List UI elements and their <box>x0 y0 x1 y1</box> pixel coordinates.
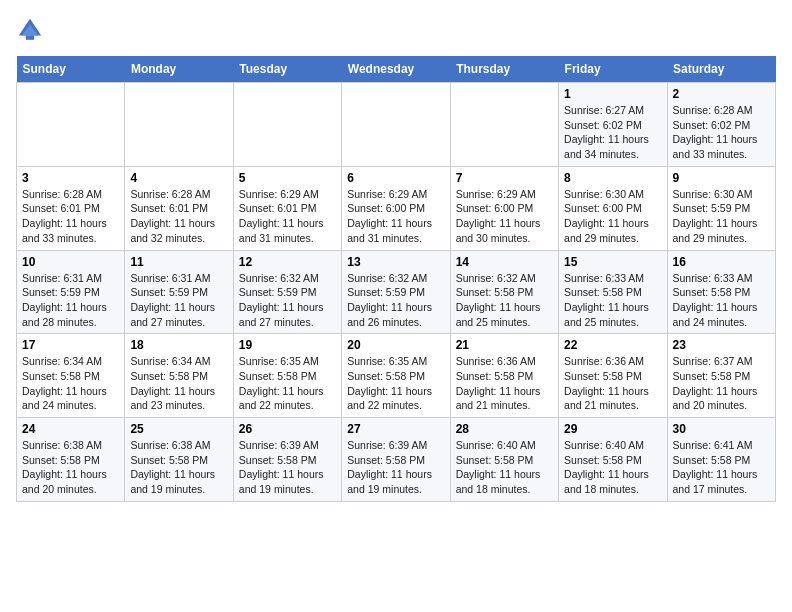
day-info: Sunrise: 6:31 AMSunset: 5:59 PMDaylight:… <box>22 271 119 330</box>
day-info: Sunrise: 6:36 AMSunset: 5:58 PMDaylight:… <box>564 354 661 413</box>
day-cell: 6Sunrise: 6:29 AMSunset: 6:00 PMDaylight… <box>342 166 450 250</box>
header <box>16 16 776 44</box>
day-cell: 15Sunrise: 6:33 AMSunset: 5:58 PMDayligh… <box>559 250 667 334</box>
day-info: Sunrise: 6:40 AMSunset: 5:58 PMDaylight:… <box>456 438 553 497</box>
day-info: Sunrise: 6:32 AMSunset: 5:59 PMDaylight:… <box>347 271 444 330</box>
day-info: Sunrise: 6:28 AMSunset: 6:01 PMDaylight:… <box>130 187 227 246</box>
day-cell: 26Sunrise: 6:39 AMSunset: 5:58 PMDayligh… <box>233 418 341 502</box>
day-info: Sunrise: 6:39 AMSunset: 5:58 PMDaylight:… <box>239 438 336 497</box>
day-cell: 18Sunrise: 6:34 AMSunset: 5:58 PMDayligh… <box>125 334 233 418</box>
calendar-table: SundayMondayTuesdayWednesdayThursdayFrid… <box>16 56 776 502</box>
day-number: 2 <box>673 87 770 101</box>
day-number: 5 <box>239 171 336 185</box>
day-number: 13 <box>347 255 444 269</box>
day-info: Sunrise: 6:33 AMSunset: 5:58 PMDaylight:… <box>673 271 770 330</box>
day-info: Sunrise: 6:33 AMSunset: 5:58 PMDaylight:… <box>564 271 661 330</box>
week-row-5: 24Sunrise: 6:38 AMSunset: 5:58 PMDayligh… <box>17 418 776 502</box>
day-cell: 11Sunrise: 6:31 AMSunset: 5:59 PMDayligh… <box>125 250 233 334</box>
day-info: Sunrise: 6:35 AMSunset: 5:58 PMDaylight:… <box>347 354 444 413</box>
day-info: Sunrise: 6:31 AMSunset: 5:59 PMDaylight:… <box>130 271 227 330</box>
day-cell: 1Sunrise: 6:27 AMSunset: 6:02 PMDaylight… <box>559 83 667 167</box>
day-number: 22 <box>564 338 661 352</box>
day-cell: 8Sunrise: 6:30 AMSunset: 6:00 PMDaylight… <box>559 166 667 250</box>
day-number: 10 <box>22 255 119 269</box>
day-info: Sunrise: 6:34 AMSunset: 5:58 PMDaylight:… <box>22 354 119 413</box>
day-cell: 30Sunrise: 6:41 AMSunset: 5:58 PMDayligh… <box>667 418 775 502</box>
day-number: 30 <box>673 422 770 436</box>
day-number: 4 <box>130 171 227 185</box>
header-row: SundayMondayTuesdayWednesdayThursdayFrid… <box>17 56 776 83</box>
day-info: Sunrise: 6:36 AMSunset: 5:58 PMDaylight:… <box>456 354 553 413</box>
day-number: 11 <box>130 255 227 269</box>
day-cell: 29Sunrise: 6:40 AMSunset: 5:58 PMDayligh… <box>559 418 667 502</box>
day-info: Sunrise: 6:27 AMSunset: 6:02 PMDaylight:… <box>564 103 661 162</box>
week-row-3: 10Sunrise: 6:31 AMSunset: 5:59 PMDayligh… <box>17 250 776 334</box>
day-cell <box>125 83 233 167</box>
day-info: Sunrise: 6:41 AMSunset: 5:58 PMDaylight:… <box>673 438 770 497</box>
week-row-1: 1Sunrise: 6:27 AMSunset: 6:02 PMDaylight… <box>17 83 776 167</box>
day-header-thursday: Thursday <box>450 56 558 83</box>
day-info: Sunrise: 6:38 AMSunset: 5:58 PMDaylight:… <box>130 438 227 497</box>
day-number: 19 <box>239 338 336 352</box>
day-number: 28 <box>456 422 553 436</box>
day-number: 1 <box>564 87 661 101</box>
week-row-4: 17Sunrise: 6:34 AMSunset: 5:58 PMDayligh… <box>17 334 776 418</box>
day-number: 25 <box>130 422 227 436</box>
day-number: 16 <box>673 255 770 269</box>
day-number: 8 <box>564 171 661 185</box>
day-info: Sunrise: 6:35 AMSunset: 5:58 PMDaylight:… <box>239 354 336 413</box>
day-cell: 9Sunrise: 6:30 AMSunset: 5:59 PMDaylight… <box>667 166 775 250</box>
day-number: 26 <box>239 422 336 436</box>
day-number: 18 <box>130 338 227 352</box>
day-cell: 2Sunrise: 6:28 AMSunset: 6:02 PMDaylight… <box>667 83 775 167</box>
day-number: 24 <box>22 422 119 436</box>
day-number: 29 <box>564 422 661 436</box>
day-cell: 28Sunrise: 6:40 AMSunset: 5:58 PMDayligh… <box>450 418 558 502</box>
logo <box>16 16 48 44</box>
day-number: 23 <box>673 338 770 352</box>
day-cell: 25Sunrise: 6:38 AMSunset: 5:58 PMDayligh… <box>125 418 233 502</box>
day-number: 7 <box>456 171 553 185</box>
day-number: 3 <box>22 171 119 185</box>
day-info: Sunrise: 6:32 AMSunset: 5:59 PMDaylight:… <box>239 271 336 330</box>
day-cell: 14Sunrise: 6:32 AMSunset: 5:58 PMDayligh… <box>450 250 558 334</box>
day-cell: 12Sunrise: 6:32 AMSunset: 5:59 PMDayligh… <box>233 250 341 334</box>
day-info: Sunrise: 6:30 AMSunset: 6:00 PMDaylight:… <box>564 187 661 246</box>
day-cell: 17Sunrise: 6:34 AMSunset: 5:58 PMDayligh… <box>17 334 125 418</box>
day-info: Sunrise: 6:39 AMSunset: 5:58 PMDaylight:… <box>347 438 444 497</box>
day-info: Sunrise: 6:40 AMSunset: 5:58 PMDaylight:… <box>564 438 661 497</box>
day-info: Sunrise: 6:29 AMSunset: 6:00 PMDaylight:… <box>347 187 444 246</box>
day-number: 17 <box>22 338 119 352</box>
day-cell: 4Sunrise: 6:28 AMSunset: 6:01 PMDaylight… <box>125 166 233 250</box>
day-info: Sunrise: 6:28 AMSunset: 6:02 PMDaylight:… <box>673 103 770 162</box>
day-number: 15 <box>564 255 661 269</box>
day-cell: 10Sunrise: 6:31 AMSunset: 5:59 PMDayligh… <box>17 250 125 334</box>
day-cell <box>450 83 558 167</box>
day-number: 14 <box>456 255 553 269</box>
day-cell <box>233 83 341 167</box>
svg-rect-2 <box>26 36 34 40</box>
day-cell: 5Sunrise: 6:29 AMSunset: 6:01 PMDaylight… <box>233 166 341 250</box>
day-info: Sunrise: 6:32 AMSunset: 5:58 PMDaylight:… <box>456 271 553 330</box>
day-header-wednesday: Wednesday <box>342 56 450 83</box>
day-cell: 24Sunrise: 6:38 AMSunset: 5:58 PMDayligh… <box>17 418 125 502</box>
day-cell <box>342 83 450 167</box>
day-header-monday: Monday <box>125 56 233 83</box>
day-cell: 22Sunrise: 6:36 AMSunset: 5:58 PMDayligh… <box>559 334 667 418</box>
day-header-saturday: Saturday <box>667 56 775 83</box>
day-info: Sunrise: 6:37 AMSunset: 5:58 PMDaylight:… <box>673 354 770 413</box>
day-header-friday: Friday <box>559 56 667 83</box>
day-cell: 21Sunrise: 6:36 AMSunset: 5:58 PMDayligh… <box>450 334 558 418</box>
day-cell: 7Sunrise: 6:29 AMSunset: 6:00 PMDaylight… <box>450 166 558 250</box>
day-info: Sunrise: 6:29 AMSunset: 6:00 PMDaylight:… <box>456 187 553 246</box>
week-row-2: 3Sunrise: 6:28 AMSunset: 6:01 PMDaylight… <box>17 166 776 250</box>
day-cell: 3Sunrise: 6:28 AMSunset: 6:01 PMDaylight… <box>17 166 125 250</box>
day-info: Sunrise: 6:30 AMSunset: 5:59 PMDaylight:… <box>673 187 770 246</box>
day-number: 9 <box>673 171 770 185</box>
day-info: Sunrise: 6:29 AMSunset: 6:01 PMDaylight:… <box>239 187 336 246</box>
day-cell <box>17 83 125 167</box>
day-cell: 13Sunrise: 6:32 AMSunset: 5:59 PMDayligh… <box>342 250 450 334</box>
day-header-sunday: Sunday <box>17 56 125 83</box>
day-number: 12 <box>239 255 336 269</box>
day-info: Sunrise: 6:38 AMSunset: 5:58 PMDaylight:… <box>22 438 119 497</box>
